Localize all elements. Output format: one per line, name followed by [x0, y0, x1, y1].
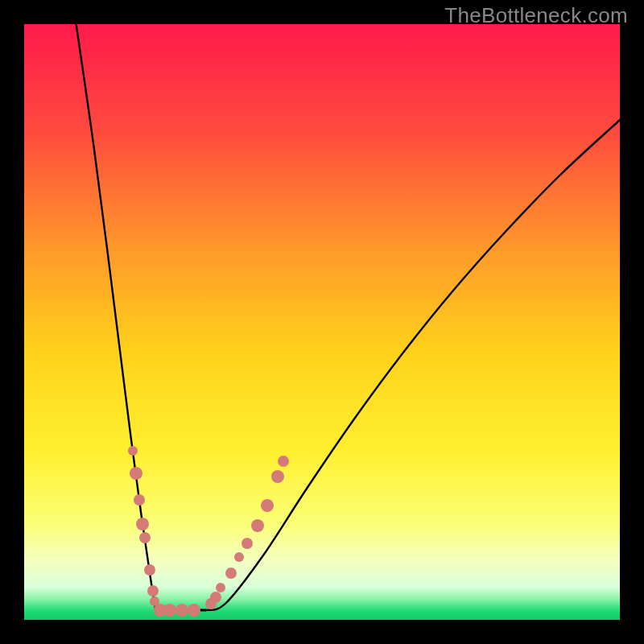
- data-marker: [261, 499, 274, 512]
- data-marker: [163, 604, 176, 617]
- data-marker: [147, 585, 159, 597]
- data-marker: [144, 564, 155, 576]
- series-right-branch: [205, 120, 620, 610]
- data-marker: [271, 470, 284, 483]
- data-marker: [188, 604, 200, 617]
- chart-frame: TheBottleneck.com: [0, 0, 644, 644]
- data-marker: [242, 538, 253, 549]
- data-marker: [175, 604, 188, 617]
- watermark-text: TheBottleneck.com: [444, 3, 628, 28]
- data-marker: [210, 592, 221, 603]
- data-marker: [234, 552, 244, 562]
- data-marker: [216, 583, 225, 592]
- data-marker: [278, 456, 289, 467]
- data-marker: [225, 568, 237, 579]
- data-marker: [136, 518, 149, 530]
- data-marker: [139, 532, 151, 543]
- data-marker: [134, 494, 145, 506]
- data-marker: [128, 446, 138, 456]
- plot-area: [24, 24, 620, 620]
- data-marker: [130, 467, 142, 480]
- data-marker: [251, 519, 264, 532]
- curve-layer: [24, 24, 620, 620]
